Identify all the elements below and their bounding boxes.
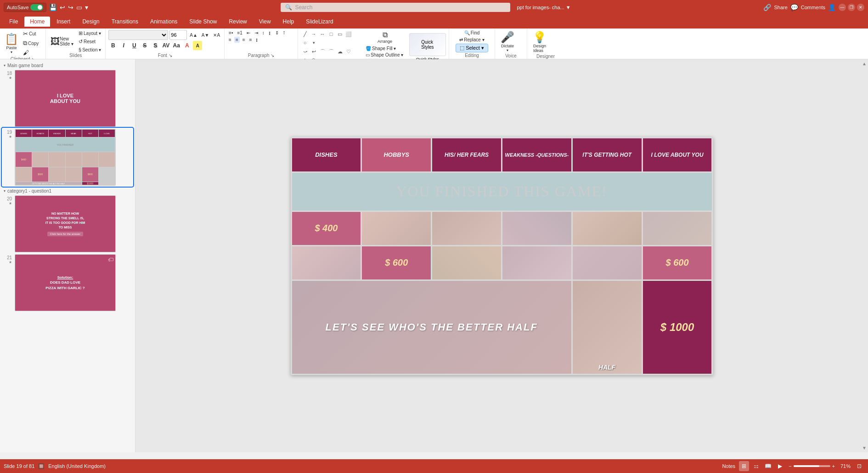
font-size-input[interactable] bbox=[169, 30, 187, 40]
collapse-icon-cat1[interactable]: ▾ bbox=[4, 189, 6, 193]
tab-design[interactable]: Design bbox=[77, 17, 105, 27]
undo-icon[interactable]: ↩ bbox=[60, 4, 65, 11]
user-avatar[interactable]: 👤 bbox=[828, 4, 836, 11]
slide-canvas[interactable]: DISHES HOBBYS HIS/ HER FEARS WEAKNESS -Q… bbox=[291, 137, 713, 375]
col2-btn[interactable]: ⫿ bbox=[254, 37, 259, 43]
slide-sorter-btn[interactable]: ⚏ bbox=[751, 461, 761, 471]
dbl-arrow-tool[interactable]: ↔ bbox=[318, 30, 327, 38]
slide-panel[interactable]: ▾ Main game board 18 ★ I LOVEABOUT YOU 1… bbox=[0, 59, 135, 452]
tab-slidelizard[interactable]: SlideLizard bbox=[300, 17, 338, 27]
decrease-font-btn[interactable]: A▼ bbox=[200, 32, 211, 38]
quick-styles-preview[interactable]: QuickStyles bbox=[409, 33, 446, 56]
char-spacing-btn[interactable]: AV bbox=[161, 41, 170, 50]
section-button[interactable]: § Section ▾ bbox=[77, 46, 102, 53]
line-tool[interactable]: ╱ bbox=[301, 30, 309, 38]
autosave-toggle[interactable]: AutoSave bbox=[4, 3, 46, 12]
zoom-in-btn[interactable]: + bbox=[832, 463, 835, 469]
justify-btn[interactable]: ≡ bbox=[248, 37, 254, 43]
slide-item-20[interactable]: 20 ★ NO MATTER HOWSTRONG THE SMELL IS,IT… bbox=[2, 194, 133, 253]
shape-fill-btn[interactable]: 🪣 Shape Fill ▾ bbox=[364, 46, 406, 51]
notes-btn[interactable]: Notes bbox=[722, 463, 735, 469]
shadow-button[interactable]: S bbox=[151, 41, 160, 50]
arrow2-tool[interactable]: ⤻ bbox=[301, 47, 309, 56]
format-painter-button[interactable]: 🖌 bbox=[22, 49, 40, 57]
share-icon[interactable]: 🔗 bbox=[763, 4, 771, 11]
col-btn[interactable]: ⫿ bbox=[267, 30, 272, 36]
tab-transitions[interactable]: Transitions bbox=[106, 17, 144, 27]
replace-button[interactable]: ⇄ Replace ▾ bbox=[458, 37, 485, 43]
arrow-tool[interactable]: → bbox=[310, 30, 318, 38]
slide-thumb-21[interactable]: 🏷 Solution: DOES DAD LOVEPIZZA WITH GARL… bbox=[15, 254, 116, 311]
underline-button[interactable]: U bbox=[130, 41, 139, 50]
oval-tool[interactable]: ○ bbox=[301, 39, 309, 47]
minimize-button[interactable]: — bbox=[839, 4, 846, 11]
slide-thumb-20[interactable]: NO MATTER HOWSTRONG THE SMELL IS,IT IS T… bbox=[15, 195, 116, 252]
numbering-btn[interactable]: ≡1 bbox=[236, 30, 243, 36]
round-rect-tool[interactable]: ▭ bbox=[336, 30, 344, 38]
present-icon[interactable]: ▭ bbox=[76, 4, 82, 11]
italic-button[interactable]: I bbox=[119, 41, 128, 50]
slide-item-21[interactable]: 21 ★ 🏷 Solution: DOES DAD LOVEPIZZA WITH… bbox=[2, 253, 133, 312]
bullets-btn[interactable]: ≡• bbox=[227, 30, 234, 36]
align-left-btn[interactable]: ≡ bbox=[227, 37, 233, 43]
collapse-icon-main[interactable]: ▾ bbox=[4, 63, 6, 68]
dir-btn[interactable]: ⇕ bbox=[274, 30, 280, 36]
slide-thumb-18[interactable]: I LOVEABOUT YOU bbox=[15, 70, 116, 127]
tab-review[interactable]: Review bbox=[223, 17, 252, 27]
select-button[interactable]: ⬚ Select ▾ bbox=[456, 44, 488, 52]
more-shapes-btn[interactable]: ▾ bbox=[310, 39, 318, 47]
align-right-btn[interactable]: ≡ bbox=[241, 37, 247, 43]
slide-item-19[interactable]: 19 ★ DISHES HOBBYS HIS/HER WEAK HOT I LO… bbox=[2, 128, 133, 187]
tab-home[interactable]: Home bbox=[24, 17, 50, 27]
fit-slide-btn[interactable]: ⊡ bbox=[854, 461, 864, 471]
reading-view-btn[interactable]: 📖 bbox=[763, 461, 773, 471]
redo-icon[interactable]: ↪ bbox=[68, 4, 73, 11]
slide-item-18[interactable]: 18 ★ I LOVEABOUT YOU bbox=[2, 69, 133, 128]
tab-file[interactable]: File bbox=[4, 17, 23, 27]
clear-format-btn[interactable]: ✕A bbox=[212, 32, 221, 38]
font-name-select[interactable] bbox=[108, 30, 168, 40]
align-center-btn[interactable]: ≡ bbox=[234, 37, 240, 43]
more-icon[interactable]: ▾ bbox=[85, 4, 88, 11]
paste-button[interactable]: 📋 Paste ▾ bbox=[3, 32, 20, 55]
design-ideas-button[interactable]: 💡 DesignIdeas bbox=[530, 30, 549, 54]
indent-dec-btn[interactable]: ⇤ bbox=[245, 30, 252, 36]
bent-arrow-tool[interactable]: ↩ bbox=[310, 47, 318, 56]
rect-tool[interactable]: □ bbox=[327, 30, 335, 38]
new-slide-button[interactable]: 🖼 NewSlide ▾ bbox=[49, 35, 75, 48]
toggle-switch[interactable] bbox=[30, 4, 43, 11]
arrange-button[interactable]: ⧉ Arrange bbox=[364, 30, 406, 45]
zoom-level[interactable]: 71% bbox=[837, 463, 851, 469]
scroll-up-btn[interactable]: ▲ bbox=[862, 61, 867, 66]
canvas-area[interactable]: ▲ DISHES HOBBYS HIS/ HER FEARS WEAKNESS … bbox=[135, 59, 868, 452]
zoom-slider[interactable] bbox=[794, 465, 830, 467]
tab-slideshow[interactable]: Slide Show bbox=[184, 17, 222, 27]
cloud-tool[interactable]: ☁ bbox=[336, 47, 344, 56]
reset-button[interactable]: ↺ Reset bbox=[77, 38, 102, 45]
increase-font-btn[interactable]: A▲ bbox=[188, 32, 199, 38]
layout-button[interactable]: ⊞ Layout ▾ bbox=[77, 30, 102, 37]
scroll-down-btn[interactable]: ▼ bbox=[862, 445, 867, 450]
share-label[interactable]: Share bbox=[774, 5, 787, 10]
freeform-tool[interactable]: ⌒ bbox=[327, 47, 335, 56]
case-button[interactable]: Aa bbox=[172, 41, 181, 50]
slideshow-btn[interactable]: ▶ bbox=[775, 461, 785, 471]
tab-animations[interactable]: Animations bbox=[145, 17, 183, 27]
tab-insert[interactable]: Insert bbox=[51, 17, 76, 27]
bold-button[interactable]: B bbox=[108, 41, 118, 50]
shape-outline-btn[interactable]: ▭ Shape Outline ▾ bbox=[364, 52, 406, 58]
comments-icon[interactable]: 💬 bbox=[790, 4, 798, 11]
copy-button[interactable]: ⧉ Copy bbox=[22, 39, 40, 47]
restore-button[interactable]: ❐ bbox=[848, 4, 855, 11]
slide-thumb-19[interactable]: DISHES HOBBYS HIS/HER WEAK HOT I LOVE YO… bbox=[15, 129, 116, 186]
curve-tool[interactable]: ⌒ bbox=[318, 47, 327, 56]
zoom-out-btn[interactable]: − bbox=[789, 463, 791, 469]
normal-view-btn[interactable]: ⊞ bbox=[739, 461, 749, 471]
font-color-btn[interactable]: A bbox=[182, 41, 192, 50]
comments-label[interactable]: Comments bbox=[801, 5, 825, 10]
search-bar[interactable]: 🔍 Search bbox=[281, 3, 510, 12]
snip-rect-tool[interactable]: ⬜ bbox=[344, 30, 353, 38]
strikethrough-button[interactable]: S bbox=[140, 41, 149, 50]
smartart-btn[interactable]: ⊺ bbox=[282, 30, 287, 36]
dictate-button[interactable]: 🎤 Dictate ▾ bbox=[498, 30, 517, 53]
